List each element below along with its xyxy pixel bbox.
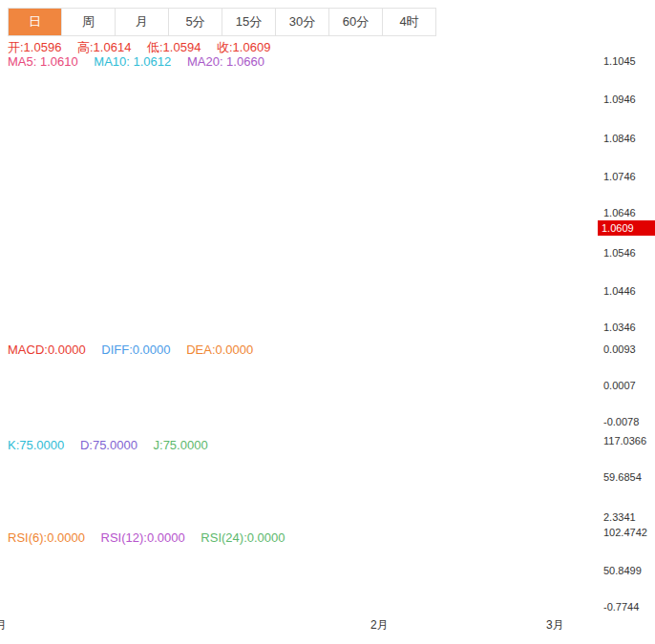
price-axis-label: 1.0346 (603, 322, 636, 333)
tab-month[interactable]: 月 (116, 9, 169, 35)
ma-label-row: MA5: 1.0610 MA10: 1.0612 MA20: 1.0660 (8, 54, 277, 69)
macd-axis-label: 0.0093 (603, 343, 636, 355)
last-price-badge: 1.0609 (598, 220, 655, 236)
kdj-axis-label: 2.3341 (603, 511, 636, 523)
rsi-label-row: RSI(6):0.0000 RSI(12):0.0000 RSI(24):0.0… (8, 530, 298, 545)
price-axis-label: 1.1045 (603, 55, 636, 67)
kline-chart-widget: 日 周 月 5分 15分 30分 60分 4时 开:1.0596 高:1.061… (0, 0, 655, 644)
macd-axis-label: 0.0007 (603, 380, 636, 391)
rsi-axis-label: 50.8499 (603, 565, 642, 576)
ma20-label: MA20: 1.0660 (187, 54, 264, 69)
price-axis-label: 1.0946 (603, 93, 636, 105)
price-axis-label: 1.0746 (603, 171, 636, 182)
tab-day[interactable]: 日 (9, 9, 62, 35)
rsi-axis-label: -0.7744 (603, 601, 639, 613)
macd-axis-label: -0.0078 (603, 416, 639, 427)
macd-label: MACD:0.0000 (8, 343, 86, 357)
kdj-axis-label: 117.0366 (603, 435, 646, 447)
time-axis-label: 月 (0, 617, 7, 634)
high-label: 高:1.0614 (77, 40, 131, 54)
open-label: 开:1.0596 (8, 40, 61, 54)
tab-15min[interactable]: 15分 (222, 9, 276, 35)
k-label: K:75.0000 (8, 438, 64, 452)
tab-5min[interactable]: 5分 (169, 9, 222, 35)
kdj-label-row: K:75.0000 D:75.0000 J:75.0000 (8, 438, 221, 452)
price-axis-label: 1.0846 (603, 133, 636, 144)
rsi12-label: RSI(12):0.0000 (101, 530, 185, 545)
low-label: 低:1.0594 (147, 40, 201, 54)
diff-label: DIFF:0.0000 (101, 343, 170, 357)
close-label: 收:1.0609 (217, 40, 270, 54)
price-axis-label: 1.0446 (603, 285, 636, 297)
rsi24-label: RSI(24):0.0000 (201, 530, 285, 545)
ma10-label: MA10: 1.0612 (94, 54, 171, 69)
tab-30min[interactable]: 30分 (276, 9, 329, 35)
time-axis-label: 2月 (370, 617, 389, 634)
dea-label: DEA:0.0000 (186, 343, 253, 357)
rsi6-label: RSI(6):0.0000 (8, 530, 85, 545)
j-label: J:75.0000 (154, 438, 208, 452)
price-axis-label: 1.0546 (603, 247, 636, 259)
chart-canvas[interactable] (0, 0, 655, 644)
timeframe-tabbar: 日 周 月 5分 15分 30分 60分 4时 (8, 8, 436, 36)
macd-label-row: MACD:0.0000 DIFF:0.0000 DEA:0.0000 (8, 343, 265, 357)
tab-60min[interactable]: 60分 (329, 9, 383, 35)
rsi-axis-label: 102.4742 (603, 527, 647, 538)
kdj-axis-label: 59.6854 (603, 471, 642, 483)
d-label: D:75.0000 (80, 438, 137, 452)
tab-week[interactable]: 周 (62, 9, 116, 35)
time-axis-label: 3月 (546, 617, 564, 634)
ma5-label: MA5: 1.0610 (8, 54, 78, 69)
tab-4hour[interactable]: 4时 (383, 9, 435, 35)
price-axis-label: 1.0646 (603, 207, 636, 218)
